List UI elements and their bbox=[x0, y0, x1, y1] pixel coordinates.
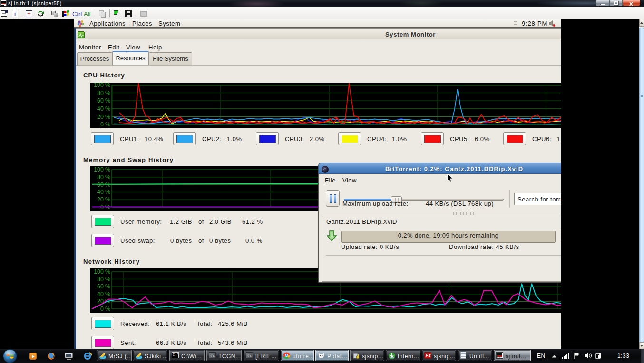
svg-text:100: 100 bbox=[94, 268, 104, 275]
svg-text:80: 80 bbox=[97, 276, 104, 283]
svg-text:%: % bbox=[105, 276, 110, 283]
svg-text:0: 0 bbox=[100, 306, 104, 312]
svg-text:%: % bbox=[105, 121, 110, 128]
svg-text:40: 40 bbox=[97, 291, 104, 297]
svg-text:20: 20 bbox=[97, 114, 104, 120]
svg-text:40: 40 bbox=[97, 189, 104, 195]
svg-text:80: 80 bbox=[97, 90, 104, 96]
svg-text:%: % bbox=[105, 291, 110, 297]
svg-text:0: 0 bbox=[100, 121, 104, 128]
svg-text:%: % bbox=[105, 90, 110, 96]
svg-text:80: 80 bbox=[97, 174, 104, 181]
svg-text:%: % bbox=[105, 306, 110, 312]
svg-text:%: % bbox=[105, 105, 110, 112]
svg-text:%: % bbox=[105, 166, 110, 173]
svg-text:%: % bbox=[105, 189, 110, 195]
svg-text:%: % bbox=[105, 83, 110, 88]
svg-text:%: % bbox=[105, 196, 110, 203]
svg-text:100: 100 bbox=[94, 83, 104, 88]
svg-text:%: % bbox=[105, 283, 110, 290]
svg-text:60: 60 bbox=[97, 97, 104, 104]
svg-text:%: % bbox=[105, 174, 110, 181]
svg-text:%: % bbox=[105, 97, 110, 104]
svg-text:100: 100 bbox=[94, 166, 104, 173]
svg-text:60: 60 bbox=[97, 283, 104, 290]
svg-text:%: % bbox=[105, 114, 110, 120]
svg-text:%: % bbox=[105, 268, 110, 275]
svg-text:20: 20 bbox=[97, 196, 104, 203]
svg-text:40: 40 bbox=[97, 105, 104, 112]
